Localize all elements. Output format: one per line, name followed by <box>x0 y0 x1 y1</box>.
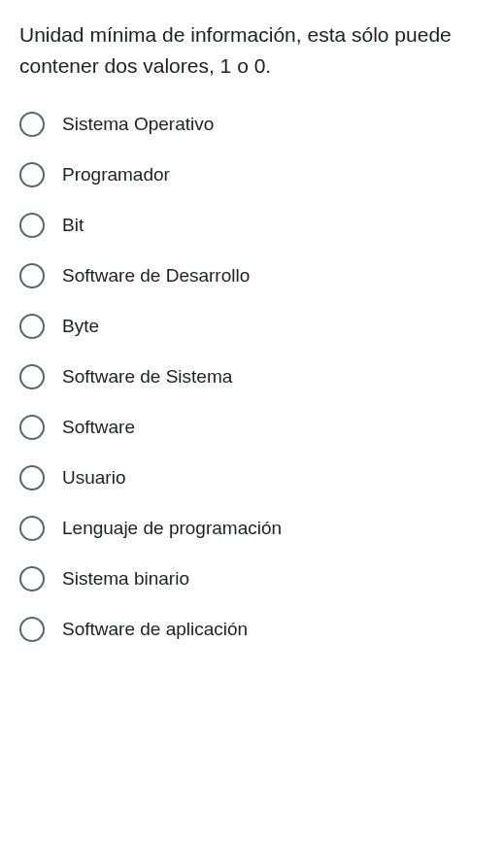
radio-icon[interactable] <box>19 263 45 288</box>
radio-icon[interactable] <box>19 415 45 440</box>
option-row[interactable]: Software de aplicación <box>19 617 485 642</box>
option-row[interactable]: Bit <box>19 213 485 238</box>
radio-icon[interactable] <box>19 566 45 591</box>
question-text: Unidad mínima de información, esta sólo … <box>19 19 485 81</box>
radio-icon[interactable] <box>19 112 45 137</box>
radio-icon[interactable] <box>19 516 45 541</box>
option-label: Software de Desarrollo <box>62 265 250 287</box>
option-label: Sistema binario <box>62 568 189 590</box>
radio-icon[interactable] <box>19 314 45 339</box>
option-row[interactable]: Byte <box>19 314 485 339</box>
option-row[interactable]: Software de Sistema <box>19 364 485 389</box>
option-row[interactable]: Programador <box>19 162 485 187</box>
option-row[interactable]: Sistema binario <box>19 566 485 591</box>
radio-icon[interactable] <box>19 162 45 187</box>
option-row[interactable]: Usuario <box>19 465 485 490</box>
option-label: Lenguaje de programación <box>62 518 282 539</box>
option-row[interactable]: Lenguaje de programación <box>19 516 485 541</box>
radio-icon[interactable] <box>19 213 45 238</box>
option-label: Byte <box>62 316 99 337</box>
radio-icon[interactable] <box>19 364 45 389</box>
option-label: Software de Sistema <box>62 366 232 388</box>
options-container: Sistema Operativo Programador Bit Softwa… <box>19 112 485 642</box>
option-label: Software de aplicación <box>62 619 248 640</box>
option-row[interactable]: Software <box>19 415 485 440</box>
option-label: Usuario <box>62 467 125 489</box>
option-row[interactable]: Sistema Operativo <box>19 112 485 137</box>
option-row[interactable]: Software de Desarrollo <box>19 263 485 288</box>
radio-icon[interactable] <box>19 465 45 490</box>
option-label: Programador <box>62 164 170 186</box>
option-label: Sistema Operativo <box>62 114 214 135</box>
radio-icon[interactable] <box>19 617 45 642</box>
option-label: Software <box>62 417 135 438</box>
option-label: Bit <box>62 215 84 236</box>
